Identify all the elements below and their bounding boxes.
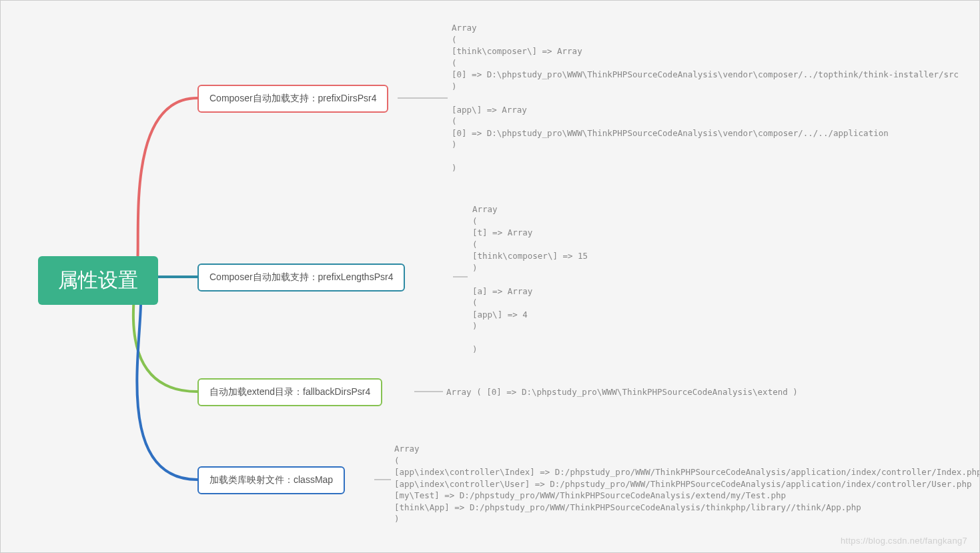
leaf-prefixLengthsPsr4: Array ( [t] => Array ( [think\composer\]… <box>472 203 588 356</box>
root-node[interactable]: 属性设置 <box>38 256 158 305</box>
leaf-prefixDirsPsr4: Array ( [think\composer\] => Array ( [0]… <box>452 22 959 174</box>
branch-label: Composer自动加载支持：prefixDirsPsr4 <box>209 93 376 103</box>
branch-label: Composer自动加载支持：prefixLengthsPsr4 <box>209 271 393 282</box>
root-label: 属性设置 <box>58 269 138 291</box>
branch-prefixLengthsPsr4[interactable]: Composer自动加载支持：prefixLengthsPsr4 <box>197 263 405 292</box>
branch-fallbackDirsPsr4[interactable]: 自动加载extend目录：fallbackDirsPsr4 <box>197 378 382 406</box>
leaf-classMap: Array ( [app\index\controller\Index] => … <box>394 443 980 525</box>
leaf-fallbackDirsPsr4: Array ( [0] => D:\phpstudy_pro\WWW\Think… <box>446 386 798 398</box>
branch-label: 自动加载extend目录：fallbackDirsPsr4 <box>209 386 370 397</box>
branch-classMap[interactable]: 加载类库映射文件：classMap <box>197 466 345 494</box>
watermark: https://blog.csdn.net/fangkang7 <box>841 536 967 546</box>
branch-label: 加载类库映射文件：classMap <box>209 474 333 485</box>
branch-prefixDirsPsr4[interactable]: Composer自动加载支持：prefixDirsPsr4 <box>197 85 388 113</box>
